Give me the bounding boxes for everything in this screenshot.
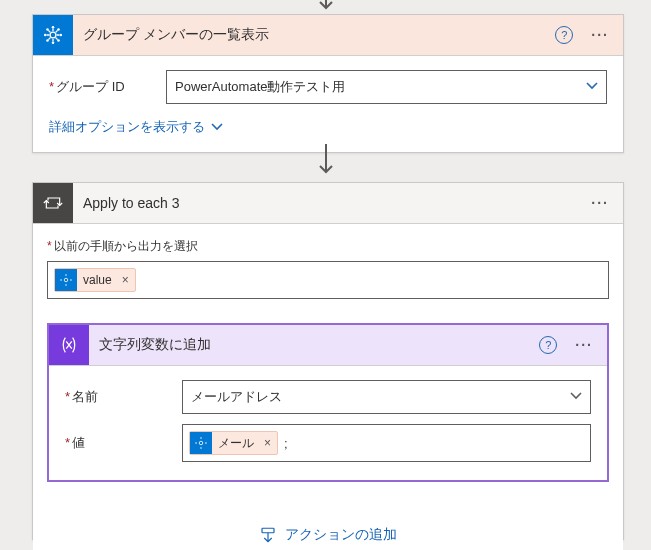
- show-advanced-options-link[interactable]: 詳細オプションを表示する: [49, 114, 223, 136]
- variable-value-field[interactable]: メール × ;: [182, 424, 591, 462]
- help-icon[interactable]: ?: [539, 336, 557, 354]
- svg-rect-19: [262, 528, 274, 533]
- svg-point-12: [60, 279, 62, 281]
- field-label-value: 値: [65, 434, 170, 452]
- svg-point-17: [195, 442, 197, 444]
- add-action-label: アクションの追加: [285, 526, 397, 544]
- add-action-icon: [259, 526, 277, 544]
- add-action-button[interactable]: アクションの追加: [259, 526, 397, 544]
- variable-name-dropdown[interactable]: メールアドレス: [182, 380, 591, 414]
- action-card-list-group-members[interactable]: グループ メンバーの一覧表示 ? ··· グループ ID PowerAutoma…: [32, 14, 624, 153]
- flow-arrow-middle: [316, 144, 336, 183]
- chevron-down-icon: [586, 80, 598, 95]
- card-header[interactable]: Apply to each 3 ···: [33, 183, 623, 224]
- svg-point-13: [70, 279, 72, 281]
- svg-point-5: [46, 28, 49, 31]
- chevron-down-icon: [570, 390, 582, 405]
- chevron-down-icon: [211, 121, 223, 133]
- svg-point-0: [50, 32, 56, 38]
- group-id-value: PowerAutomate動作テスト用: [175, 78, 346, 96]
- svg-point-18: [205, 442, 207, 444]
- card-body: グループ ID PowerAutomate動作テスト用 詳細オプションを表示する: [33, 56, 623, 152]
- help-icon[interactable]: ?: [555, 26, 573, 44]
- field-label-group-id: グループ ID: [49, 78, 154, 96]
- token-label: value: [83, 273, 112, 287]
- card-title: グループ メンバーの一覧表示: [83, 26, 545, 44]
- svg-point-9: [64, 278, 68, 282]
- append-to-string-variable-card[interactable]: 文字列変数に追加 ? ··· 名前 メールアドレス: [47, 323, 609, 482]
- card-title: Apply to each 3: [83, 195, 577, 211]
- field-label-name: 名前: [65, 388, 170, 406]
- svg-point-11: [65, 284, 67, 286]
- azuread-icon: [55, 269, 77, 291]
- card-title: 文字列変数に追加: [99, 336, 529, 354]
- svg-point-16: [200, 447, 202, 449]
- token-value[interactable]: value ×: [54, 268, 136, 292]
- card-header[interactable]: グループ メンバーの一覧表示 ? ···: [33, 15, 623, 56]
- loop-icon: [33, 183, 73, 223]
- svg-point-3: [44, 34, 47, 37]
- svg-point-8: [57, 39, 60, 42]
- card-body: 以前の手順から出力を選択 value ×: [33, 224, 623, 550]
- apply-to-each-card[interactable]: Apply to each 3 ··· 以前の手順から出力を選択: [32, 182, 624, 540]
- token-label: メール: [218, 435, 254, 452]
- previous-output-field[interactable]: value ×: [47, 261, 609, 299]
- svg-point-4: [60, 34, 63, 37]
- variable-name-value: メールアドレス: [191, 388, 282, 406]
- more-menu-button[interactable]: ···: [587, 195, 613, 211]
- svg-point-15: [200, 437, 202, 439]
- add-action-area: アクションの追加: [47, 526, 609, 547]
- svg-point-1: [52, 26, 55, 29]
- advanced-options-label: 詳細オプションを表示する: [49, 118, 205, 136]
- literal-text: ;: [284, 436, 288, 451]
- more-menu-button[interactable]: ···: [571, 337, 597, 353]
- azuread-icon: [33, 15, 73, 55]
- token-remove-button[interactable]: ×: [264, 436, 271, 450]
- card-header[interactable]: 文字列変数に追加 ? ···: [49, 325, 607, 366]
- svg-point-14: [199, 441, 203, 445]
- svg-point-10: [65, 274, 67, 276]
- more-menu-button[interactable]: ···: [587, 27, 613, 43]
- token-mail[interactable]: メール ×: [189, 431, 278, 455]
- azuread-icon: [190, 432, 212, 454]
- svg-point-2: [52, 42, 55, 45]
- svg-point-6: [57, 28, 60, 31]
- previous-output-label: 以前の手順から出力を選択: [47, 238, 609, 255]
- group-id-dropdown[interactable]: PowerAutomate動作テスト用: [166, 70, 607, 104]
- token-remove-button[interactable]: ×: [122, 273, 129, 287]
- svg-point-7: [46, 39, 49, 42]
- variable-icon: [49, 325, 89, 365]
